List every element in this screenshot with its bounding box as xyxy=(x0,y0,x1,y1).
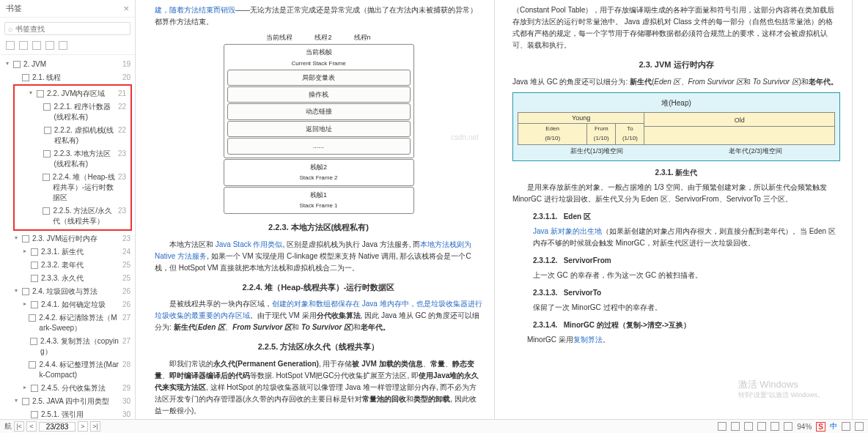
bookmark-item[interactable]: ▾2.5. JAVA 四中引用类型30 xyxy=(0,395,135,408)
sidebar-title: 书签 xyxy=(6,3,123,14)
bookmark-label: 2.5. JAVA 四中引用类型 xyxy=(32,396,109,407)
heading-224: 2.2.4. 堆（Heap-线程共享）-运行时数据区 xyxy=(155,281,482,295)
bookmark-item[interactable]: 2.5.1. 强引用30 xyxy=(0,408,135,419)
bookmark-label: 2.4.2. 标记清除算法（Mark-Sweep） xyxy=(39,313,119,333)
page-number-input[interactable] xyxy=(39,422,76,432)
bookmark-icon xyxy=(43,174,50,181)
expand-icon[interactable]: ▾ xyxy=(15,234,21,242)
close-icon[interactable]: × xyxy=(123,3,129,14)
bookmark-item[interactable]: 2.2.3. 本地方法区(线程私有)23 xyxy=(15,147,130,171)
bookmark-page: 22 xyxy=(115,125,126,136)
bookmark-page: 26 xyxy=(119,286,130,297)
hand-icon[interactable] xyxy=(731,422,740,431)
more-icon[interactable] xyxy=(784,422,792,431)
bookmark-page: 25 xyxy=(119,260,130,270)
expand-icon[interactable]: ▾ xyxy=(15,286,21,295)
tool-icon[interactable] xyxy=(45,41,54,50)
heap-diagram: 堆(Heap) Young Eden(8/10) From(1/10) To(1… xyxy=(512,92,840,161)
bookmark-item[interactable]: ▸2.4.1. 如何确定垃圾26 xyxy=(0,298,135,311)
bookmark-label: 2.2.3. 本地方法区(线程私有) xyxy=(54,149,115,169)
bookmark-item[interactable]: 2.4.4. 标记整理算法(Mark-Compact)28 xyxy=(0,358,135,382)
fit-icon[interactable] xyxy=(744,422,753,431)
bookmark-icon xyxy=(22,235,29,243)
bookmark-label: 2.3. JVM运行时内存 xyxy=(32,234,98,244)
first-page-button[interactable]: |< xyxy=(14,421,24,432)
bookmark-item[interactable]: 2.1. 线程20 xyxy=(0,71,135,84)
bookmark-page: 24 xyxy=(119,247,130,257)
search-input[interactable] xyxy=(15,25,127,33)
bookmark-item[interactable]: 2.2.2. 虚拟机栈(线程私有)22 xyxy=(15,124,130,147)
bookmark-label: 2.2.4. 堆（Heap-线程共享）-运行时数据区 xyxy=(53,172,115,203)
bookmark-page: 30 xyxy=(119,396,130,407)
next-page-button[interactable]: > xyxy=(78,421,88,432)
bookmark-label: 2.2.2. 虚拟机栈(线程私有) xyxy=(54,125,115,146)
bookmark-page: 27 xyxy=(119,336,130,347)
tool-icon[interactable] xyxy=(59,41,67,50)
search-icon: ⌕ xyxy=(8,24,13,33)
bookmark-icon xyxy=(22,74,29,81)
tray-icon[interactable] xyxy=(842,422,850,431)
bookmark-label: 2.2.1. 程序计数器(线程私有) xyxy=(54,102,115,122)
expand-icon[interactable]: ▾ xyxy=(15,396,21,404)
heading-23: 2.3. JVM 运行时内存 xyxy=(512,59,840,72)
rotate-icon[interactable] xyxy=(770,422,779,431)
bookmark-item[interactable]: ▸2.4.5. 分代收集算法29 xyxy=(0,382,135,395)
last-page-button[interactable]: >| xyxy=(90,421,100,432)
bookmark-page: 23 xyxy=(119,234,130,244)
bookmark-page: 19 xyxy=(119,59,130,70)
bookmark-icon xyxy=(22,288,29,295)
bookmark-label: 2.3.2. 老年代 xyxy=(41,260,84,270)
heading-223: 2.2.3. 本地方法区(线程私有) xyxy=(155,221,482,234)
bookmark-page: 23 xyxy=(115,206,126,216)
zoom-level[interactable]: 94% xyxy=(797,423,812,431)
bookmark-item[interactable]: 2.3.2. 老年代25 xyxy=(0,259,135,272)
bookmark-item[interactable]: 2.4.3. 复制算法（copying）27 xyxy=(0,335,135,358)
expand-icon[interactable]: ▸ xyxy=(23,247,29,255)
bookmark-page: 22 xyxy=(115,102,126,112)
bookmark-item[interactable]: 2.2.4. 堆（Heap-线程共享）-运行时数据区23 xyxy=(15,171,130,204)
nav-label: 航 xyxy=(4,421,12,432)
expand-all-icon[interactable] xyxy=(6,41,15,50)
layout-icon[interactable] xyxy=(757,422,766,431)
bookmark-page: 25 xyxy=(119,273,130,284)
status-bar: 航 |< < > >| 94% S 中 xyxy=(0,419,868,433)
expand-icon[interactable]: ▸ xyxy=(23,383,29,391)
bookmark-label: 2.2. JVM内存区域 xyxy=(47,89,105,99)
view-icon[interactable] xyxy=(718,422,727,431)
bookmark-label: 2.4.1. 如何确定垃圾 xyxy=(41,300,106,310)
bookmark-label: 2.2.5. 方法区/永久代（线程共享） xyxy=(53,206,114,226)
tool-icon[interactable] xyxy=(32,41,41,50)
bookmark-item[interactable]: 2.4.2. 标记清除算法（Mark-Sweep）27 xyxy=(0,311,135,335)
bookmark-label: 2. JVM xyxy=(23,59,46,70)
bookmark-item[interactable]: 2.3.3. 永久代25 xyxy=(0,272,135,285)
bookmark-item[interactable]: ▸2.3.1. 新生代24 xyxy=(0,245,135,259)
bookmark-page: 23 xyxy=(115,149,126,159)
bookmark-page: 23 xyxy=(115,172,126,182)
ime-icon[interactable]: S xyxy=(816,422,825,432)
bookmark-search[interactable]: ⌕ xyxy=(4,22,130,35)
bookmark-page: 27 xyxy=(119,313,130,323)
bookmark-item[interactable]: 2.2.5. 方法区/永久代（线程共享）23 xyxy=(15,204,130,228)
tray-icon[interactable] xyxy=(855,422,864,431)
bookmark-icon xyxy=(44,127,51,134)
bookmark-item[interactable]: 2.2.1. 程序计数器(线程私有)22 xyxy=(15,100,130,124)
heading-225: 2.2.5. 方法区/永久代（线程共享） xyxy=(155,341,482,354)
bookmark-item[interactable]: ▾2. JVM19 xyxy=(0,58,135,71)
document-view: 建，随着方法结束而销毁——无论方法是正常完成还是异常完成（抛出了在方法内未被捕获… xyxy=(136,0,868,419)
bookmark-item[interactable]: ▾2.3. JVM运行时内存23 xyxy=(0,232,135,245)
stack-diagram: 当前线程线程2线程n 当前栈帧Current Stack Frame 局部变量表… xyxy=(224,32,414,214)
prev-page-button[interactable]: < xyxy=(26,421,37,432)
expand-icon[interactable]: ▸ xyxy=(23,300,29,308)
bookmark-page: 20 xyxy=(119,73,130,83)
expand-icon[interactable]: ▾ xyxy=(6,59,12,67)
bookmark-item[interactable]: ▾2.4. 垃圾回收与算法26 xyxy=(0,285,135,298)
bookmark-label: 2.3.3. 永久代 xyxy=(41,273,84,284)
expand-icon[interactable]: ▾ xyxy=(29,89,35,97)
windows-activation: 激活 Windows 转到"设置"以激活 Windows。 xyxy=(738,379,824,400)
collapse-all-icon[interactable] xyxy=(19,41,28,50)
bookmark-icon xyxy=(29,314,36,322)
page-23: 建，随着方法结束而销毁——无论方法是正常完成还是异常完成（抛出了在方法内未被捕获… xyxy=(143,0,495,419)
ime-lang[interactable]: 中 xyxy=(830,421,837,432)
bookmark-item[interactable]: ▾2.2. JVM内存区域21 xyxy=(15,87,130,100)
bookmark-icon xyxy=(43,207,50,215)
